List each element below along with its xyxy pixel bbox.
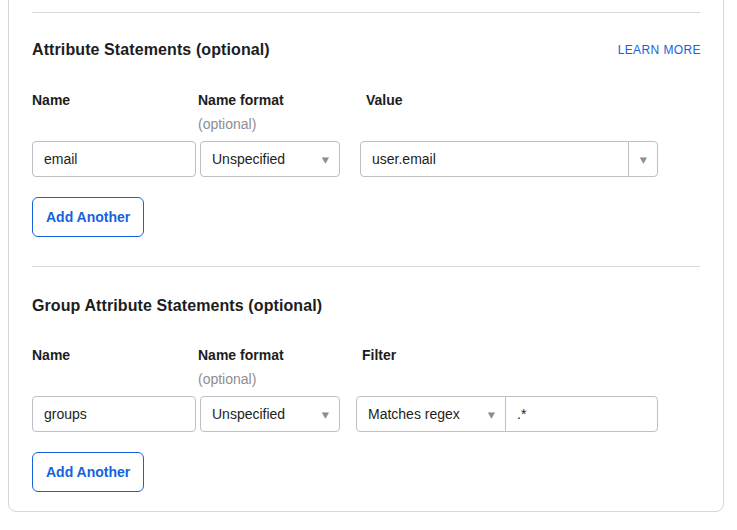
group-filter-type-select[interactable]: Matches regex ▾	[356, 396, 506, 432]
col-header-value: Value	[366, 92, 403, 108]
col-header-name-format-optional: (optional)	[198, 371, 256, 387]
chevron-down-icon: ▾	[639, 153, 646, 166]
group-filter-type-select-value: Matches regex	[368, 406, 460, 422]
learn-more-link[interactable]: LEARN MORE	[618, 43, 701, 57]
group-filter-value-input[interactable]	[505, 396, 658, 432]
attribute-value-input[interactable]	[360, 141, 629, 177]
col-header-name: Name	[32, 347, 70, 363]
attribute-name-format-select[interactable]: Unspecified ▾	[200, 141, 340, 177]
section-divider	[32, 12, 700, 13]
col-header-name: Name	[32, 92, 70, 108]
saml-settings-card: Attribute Statements (optional) LEARN MO…	[8, 0, 724, 512]
col-header-name-format: Name format	[198, 92, 284, 108]
col-header-name-format-optional: (optional)	[198, 116, 256, 132]
attribute-statements-title: Attribute Statements (optional)	[32, 41, 270, 59]
group-attribute-statements-title: Group Attribute Statements (optional)	[32, 297, 322, 315]
col-header-filter: Filter	[362, 347, 396, 363]
add-another-group-attribute-button[interactable]: Add Another	[32, 452, 144, 492]
group-attribute-name-input[interactable]	[32, 396, 196, 432]
group-attribute-name-format-select[interactable]: Unspecified ▾	[200, 396, 340, 432]
group-attribute-name-format-select-value: Unspecified	[212, 406, 285, 422]
attribute-name-format-select-value: Unspecified	[212, 151, 285, 167]
add-another-attribute-button[interactable]: Add Another	[32, 197, 144, 237]
chevron-down-icon: ▾	[488, 408, 495, 421]
col-header-name-format: Name format	[198, 347, 284, 363]
chevron-down-icon: ▾	[322, 153, 329, 166]
chevron-down-icon: ▾	[322, 408, 329, 421]
attribute-name-input[interactable]	[32, 141, 196, 177]
section-divider	[32, 266, 700, 267]
attribute-value-dropdown-button[interactable]: ▾	[628, 141, 658, 177]
